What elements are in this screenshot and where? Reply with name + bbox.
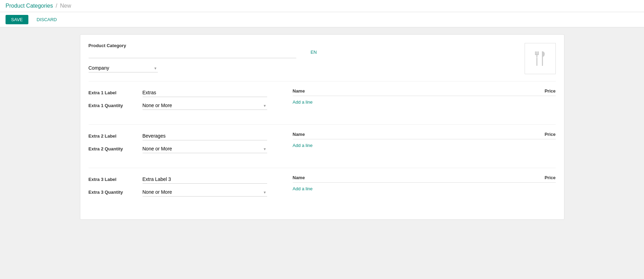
extra1-label-field-label: Extra 1 Label xyxy=(89,90,137,95)
svg-rect-4 xyxy=(536,58,537,66)
save-button[interactable]: SAVE xyxy=(6,15,28,24)
extra1-quantity-field-label: Extra 1 Quantity xyxy=(89,103,137,108)
extra1-section: Extra 1 Label Extra 1 Quantity None or M… xyxy=(89,88,556,114)
extra1-quantity-value: None or More One or More Exactly One xyxy=(143,101,282,110)
extra2-table-header: Name Price xyxy=(293,132,556,139)
extra1-right: Name Price Add a line xyxy=(293,88,556,114)
extra2-price-col: Price xyxy=(521,132,556,137)
extra3-section: Extra 3 Label Extra 3 Quantity None or M… xyxy=(89,175,556,201)
breadcrumb-separator: / xyxy=(56,3,57,9)
action-bar: SAVE DISCARD xyxy=(0,12,644,27)
extra2-right: Name Price Add a line xyxy=(293,132,556,157)
extra2-section: Extra 2 Label Extra 2 Quantity None or M… xyxy=(89,132,556,157)
extra3-right: Name Price Add a line xyxy=(293,175,556,201)
extra3-name-col: Name xyxy=(293,175,521,180)
breadcrumb-current: New xyxy=(60,3,71,9)
extra1-quantity-select[interactable]: None or More One or More Exactly One xyxy=(143,101,267,110)
product-category-input[interactable] xyxy=(89,50,296,58)
extra3-left: Extra 3 Label Extra 3 Quantity None or M… xyxy=(89,175,282,201)
extra1-left: Extra 1 Label Extra 1 Quantity None or M… xyxy=(89,88,282,114)
extra3-label-row: Extra 3 Label xyxy=(89,175,282,184)
extra2-quantity-value: None or More One or More Exactly One xyxy=(143,145,282,153)
extra3-label-field-label: Extra 3 Label xyxy=(89,177,137,182)
category-image[interactable] xyxy=(525,43,556,74)
extra2-name-col: Name xyxy=(293,132,521,137)
extra3-quantity-select[interactable]: None or More One or More Exactly One xyxy=(143,188,267,197)
product-category-label: Product Category xyxy=(89,43,525,48)
breadcrumb-parent-link[interactable]: Product Categories xyxy=(6,3,53,9)
extra1-add-line[interactable]: Add a line xyxy=(293,97,556,107)
extra2-add-line[interactable]: Add a line xyxy=(293,141,556,150)
extra1-label-value xyxy=(143,88,282,97)
extra1-price-col: Price xyxy=(521,88,556,94)
extra2-label-input[interactable] xyxy=(143,132,267,140)
extra2-label-value xyxy=(143,132,282,140)
divider-2 xyxy=(89,124,556,125)
divider-1 xyxy=(89,81,556,81)
company-select[interactable]: Company xyxy=(89,64,158,72)
extra1-name-col: Name xyxy=(293,88,521,94)
extra3-quantity-value: None or More One or More Exactly One xyxy=(143,188,282,197)
form-card: Product Category EN Company xyxy=(80,34,564,220)
breadcrumb-bar: Product Categories / New xyxy=(0,0,644,12)
extra1-label-input[interactable] xyxy=(143,88,267,97)
extra2-left: Extra 2 Label Extra 2 Quantity None or M… xyxy=(89,132,282,157)
extra3-quantity-row: Extra 3 Quantity None or More One or Mor… xyxy=(89,188,282,197)
extra3-add-line[interactable]: Add a line xyxy=(293,184,556,193)
extra2-quantity-row: Extra 2 Quantity None or More One or Mor… xyxy=(89,145,282,153)
extra1-quantity-row: Extra 1 Quantity None or More One or Mor… xyxy=(89,101,282,110)
extra2-label-row: Extra 2 Label xyxy=(89,132,282,140)
extra3-label-input[interactable] xyxy=(143,175,267,184)
extra1-label-row: Extra 1 Label xyxy=(89,88,282,97)
fork-knife-icon xyxy=(532,50,549,67)
divider-3 xyxy=(89,168,556,168)
extra3-table-header: Name Price xyxy=(293,175,556,183)
extra3-price-col: Price xyxy=(521,175,556,180)
extra3-quantity-field-label: Extra 3 Quantity xyxy=(89,190,137,195)
svg-rect-3 xyxy=(535,54,539,55)
page-content: Product Category EN Company xyxy=(0,27,644,279)
extra1-table-header: Name Price xyxy=(293,88,556,96)
discard-button[interactable]: DISCARD xyxy=(31,15,63,24)
extra2-quantity-field-label: Extra 2 Quantity xyxy=(89,146,137,151)
extra2-quantity-select[interactable]: None or More One or More Exactly One xyxy=(143,145,267,153)
extra3-label-value xyxy=(143,175,282,184)
language-badge[interactable]: EN xyxy=(310,50,317,55)
breadcrumb: Product Categories / New xyxy=(6,3,71,9)
extra2-label-field-label: Extra 2 Label xyxy=(89,133,137,139)
